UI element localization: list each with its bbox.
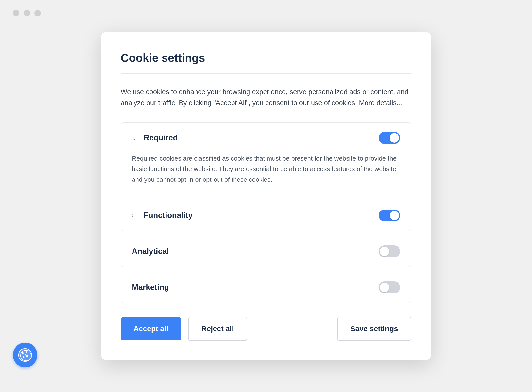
cookie-section-required: ⌄ Required Required cookies are classifi… — [121, 122, 411, 195]
title-divider — [121, 73, 411, 74]
cookie-settings-dialog: Cookie settings We use cookies to enhanc… — [101, 32, 431, 360]
dialog-description: We use cookies to enhance your browsing … — [121, 86, 411, 109]
cookie-section-marketing-header[interactable]: Marketing — [121, 272, 411, 303]
cookie-section-functionality: › Functionality — [121, 200, 411, 231]
required-section-title: Required — [144, 133, 178, 142]
svg-point-3 — [26, 355, 28, 357]
button-row: Accept all Reject all Save settings — [121, 317, 411, 341]
required-toggle[interactable] — [379, 132, 400, 144]
save-settings-button[interactable]: Save settings — [337, 317, 411, 341]
window-dot-maximize — [34, 10, 41, 16]
marketing-toggle-thumb — [380, 283, 389, 292]
reject-all-button[interactable]: Reject all — [188, 317, 247, 341]
cookie-section-analytical: Analytical — [121, 236, 411, 267]
chevron-down-icon: ⌄ — [132, 134, 139, 141]
marketing-header-left: Marketing — [132, 283, 169, 292]
required-section-description: Required cookies are classified as cooki… — [132, 153, 400, 185]
functionality-toggle[interactable] — [379, 210, 400, 221]
cookie-section-functionality-header[interactable]: › Functionality — [121, 200, 411, 231]
chevron-right-icon: › — [132, 212, 139, 219]
accept-all-button[interactable]: Accept all — [121, 317, 181, 340]
dialog-title: Cookie settings — [121, 51, 411, 65]
more-details-link[interactable]: More details... — [359, 99, 402, 107]
cookie-section-analytical-header[interactable]: Analytical — [121, 236, 411, 267]
analytical-header-left: Analytical — [132, 247, 169, 256]
required-toggle-thumb — [390, 133, 399, 143]
marketing-toggle[interactable] — [379, 281, 400, 293]
svg-point-2 — [26, 351, 27, 353]
functionality-header-left: › Functionality — [132, 211, 193, 220]
required-header-left: ⌄ Required — [132, 133, 178, 142]
functionality-toggle-thumb — [390, 211, 399, 220]
window-dot-close — [13, 10, 19, 16]
functionality-section-title: Functionality — [144, 211, 193, 220]
cookie-icon-button[interactable] — [13, 343, 37, 367]
analytical-section-title: Analytical — [132, 247, 169, 256]
required-section-body: Required cookies are classified as cooki… — [121, 153, 411, 195]
window-chrome — [13, 10, 41, 16]
window-dot-minimize — [24, 10, 30, 16]
cookie-section-marketing: Marketing — [121, 272, 411, 303]
analytical-toggle-thumb — [380, 247, 389, 256]
cookie-section-required-header[interactable]: ⌄ Required — [121, 123, 411, 153]
svg-point-4 — [23, 356, 25, 358]
marketing-section-title: Marketing — [132, 283, 169, 292]
svg-point-5 — [25, 354, 26, 356]
analytical-toggle[interactable] — [379, 245, 400, 257]
cookie-svg-icon — [18, 348, 33, 362]
